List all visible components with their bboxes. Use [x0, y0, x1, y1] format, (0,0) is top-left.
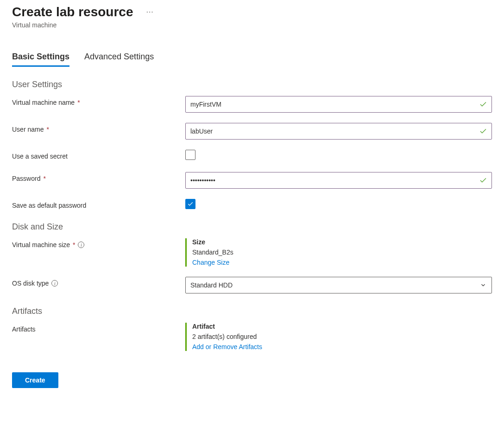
page-subtitle: Virtual machine: [12, 21, 492, 29]
check-icon: [479, 127, 487, 135]
label-os-disk-type: OS disk type i: [12, 277, 185, 287]
label-user-name: User name *: [12, 123, 185, 133]
vm-size-value: Standard_B2s: [192, 248, 492, 256]
use-saved-secret-checkbox[interactable]: [185, 150, 195, 160]
required-indicator: *: [73, 241, 75, 248]
create-button[interactable]: Create: [12, 372, 58, 388]
label-artifacts: Artifacts: [12, 323, 185, 333]
label-vm-size: Virtual machine size * i: [12, 238, 185, 248]
section-user-settings: User Settings: [12, 80, 492, 89]
required-indicator: *: [46, 126, 49, 133]
page-title: Create lab resource: [12, 5, 133, 19]
vm-size-block: Size Standard_B2s Change Size: [185, 238, 492, 267]
artifacts-heading: Artifact: [192, 323, 492, 330]
info-icon[interactable]: i: [51, 280, 58, 287]
check-icon: [187, 201, 194, 207]
section-disk-and-size: Disk and Size: [12, 222, 492, 232]
more-actions-button[interactable]: ···: [142, 8, 157, 16]
label-use-saved-secret: Use a saved secret: [12, 150, 185, 160]
check-icon: [479, 100, 487, 108]
artifacts-value: 2 artifact(s) configured: [192, 333, 492, 340]
label-vm-name: Virtual machine name *: [12, 96, 185, 106]
add-remove-artifacts-link[interactable]: Add or Remove Artifacts: [192, 343, 262, 350]
label-save-default-password: Save as default password: [12, 199, 185, 209]
required-indicator: *: [77, 99, 80, 106]
tab-advanced-settings[interactable]: Advanced Settings: [84, 52, 154, 67]
change-size-link[interactable]: Change Size: [192, 259, 229, 266]
vm-name-input[interactable]: [185, 96, 492, 113]
check-icon: [479, 176, 487, 185]
info-icon[interactable]: i: [78, 242, 84, 248]
section-artifacts: Artifacts: [12, 306, 492, 316]
vm-size-heading: Size: [192, 238, 492, 246]
artifacts-block: Artifact 2 artifact(s) configured Add or…: [185, 323, 492, 351]
user-name-input[interactable]: [185, 123, 492, 140]
tabs: Basic Settings Advanced Settings: [12, 52, 492, 67]
tab-basic-settings[interactable]: Basic Settings: [12, 52, 69, 67]
password-input[interactable]: [185, 172, 492, 189]
label-password: Password *: [12, 172, 185, 182]
save-default-password-checkbox[interactable]: [185, 199, 195, 209]
required-indicator: *: [43, 175, 45, 182]
os-disk-type-select[interactable]: Standard HDD: [185, 277, 492, 293]
